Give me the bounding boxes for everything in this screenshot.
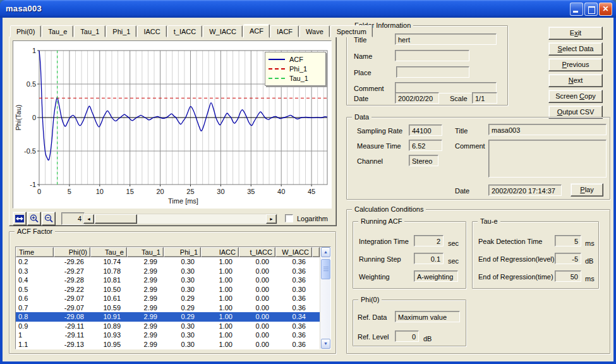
tab-w-iacc[interactable]: W_IACC (203, 25, 243, 37)
column-header-phi-0-[interactable]: Phi(0) (54, 247, 90, 257)
folder-title-field[interactable]: hert (395, 33, 497, 45)
zoom-out-button[interactable] (42, 212, 56, 226)
weighting-field[interactable]: A-weighting (414, 270, 458, 282)
tab-phi-1[interactable]: Phi_1 (106, 25, 136, 37)
table-cell: 2.99 (127, 312, 164, 322)
chart-horizontal-scrollbar[interactable]: ◄ ► (83, 214, 277, 224)
legend-label: Tau_1 (289, 75, 308, 82)
table-row[interactable]: 0.2-29.2610.742.990.301.000.000.36 (16, 257, 330, 267)
measure-time-field[interactable]: 6.52 (409, 140, 442, 151)
close-icon[interactable] (599, 3, 612, 16)
table-vertical-scrollbar[interactable]: ▲ ▼ (320, 247, 330, 349)
table-cell: 0.00 (239, 340, 275, 349)
sampling-rate-field[interactable]: 44100 (409, 124, 442, 136)
scroll-left-icon[interactable]: ◄ (83, 214, 94, 224)
logarithm-checkbox[interactable] (285, 214, 293, 222)
svg-text:-0.5: -0.5 (24, 147, 36, 155)
tab-wave[interactable]: Wave (299, 25, 330, 37)
table-cell: 10.81 (90, 276, 127, 285)
screen-copy-button[interactable]: Screen Copy (548, 90, 603, 103)
tab-iacc[interactable]: IACC (137, 25, 166, 37)
table-row[interactable]: 1-29.1110.932.990.301.000.000.36 (16, 331, 330, 340)
table-cell: 10.59 (90, 303, 127, 313)
tab-iacf[interactable]: IACF (270, 25, 299, 37)
integration-time-field[interactable]: 2 (414, 235, 444, 246)
scrollbar-thumb[interactable] (321, 259, 330, 279)
ref-data-field[interactable]: Maximum value (395, 311, 460, 322)
channel-field[interactable]: Stereo (409, 155, 438, 166)
column-header-tau-e[interactable]: Tau_e (90, 247, 127, 257)
table-row-selected[interactable]: 0.8-29.0810.912.990.291.000.000.34 (16, 312, 330, 322)
table-cell: 1.00 (201, 257, 239, 267)
table-cell: 0.00 (239, 331, 275, 340)
folder-date-field[interactable]: 2002/02/20 (395, 92, 439, 104)
table-row[interactable]: 0.9-29.1110.892.990.301.000.000.36 (16, 322, 330, 331)
table-cell: 1.00 (201, 294, 239, 303)
scrollbar-thumb[interactable] (95, 214, 137, 224)
exit-button[interactable]: Exit (548, 27, 603, 40)
tab-tau-1[interactable]: Tau_1 (74, 25, 106, 37)
minimize-icon[interactable] (570, 3, 583, 16)
ref-level-field[interactable]: 0 (395, 331, 419, 342)
table-cell: 0.36 (275, 303, 312, 313)
column-header-t-iacc[interactable]: t_IACC (239, 247, 275, 257)
titlebar[interactable]: masa003 (0, 0, 616, 18)
table-cell: 10.74 (90, 257, 127, 267)
table-cell: 1.00 (201, 285, 239, 294)
svg-text:1: 1 (32, 47, 36, 54)
svg-text:35: 35 (247, 188, 255, 195)
table-cell: 0.30 (164, 285, 201, 294)
table-cell: 2.99 (127, 322, 164, 331)
end-regression-level-field[interactable]: -5 (555, 253, 581, 264)
folder-scale-field[interactable]: 1/1 (472, 92, 497, 104)
tab-acf[interactable]: ACF (243, 24, 270, 38)
acf-factor-table[interactable]: TimePhi(0)Tau_eTau_1Phi_1IACCt_IACCW_IAC… (15, 246, 331, 349)
table-row[interactable]: 0.3-29.2710.782.990.301.000.000.36 (16, 267, 330, 276)
chart-legend: ACFPhi_1Tau_1 (265, 52, 326, 86)
tab-spectrum[interactable]: Spectrum (330, 25, 373, 37)
column-header-phi-1[interactable]: Phi_1 (164, 247, 201, 257)
data-comment-field[interactable] (488, 140, 607, 178)
table-row[interactable]: 0.7-29.0710.592.990.291.000.000.36 (16, 303, 330, 313)
zoom-in-button[interactable] (27, 212, 41, 226)
zoom-level-field[interactable]: 4 (61, 212, 85, 225)
data-date-field[interactable]: 2002/02/20 17:14:37 (488, 185, 562, 196)
tab-tau-e[interactable]: Tau_e (42, 25, 73, 37)
running-step-field[interactable]: 0.1 (414, 253, 444, 264)
column-header-spacer[interactable] (312, 247, 320, 257)
table-row[interactable]: 0.5-29.2210.502.990.301.000.000.30 (16, 285, 330, 294)
tab-phi-0-[interactable]: Phi(0) (10, 25, 41, 37)
end-regression-time-field[interactable]: 50 (555, 270, 581, 282)
previous-button[interactable]: Previous (548, 58, 603, 71)
select-data-button[interactable]: Select Data (548, 42, 603, 56)
integration-time-unit: sec (448, 240, 459, 247)
table-row[interactable]: 0.6-29.0710.612.990.291.000.000.36 (16, 294, 330, 303)
table-cell: 10.91 (90, 312, 127, 322)
scroll-down-icon[interactable]: ▼ (321, 339, 330, 349)
folder-name-field[interactable] (395, 50, 469, 61)
phi0-label: Phi(0) (358, 295, 382, 304)
table-cell: 0.36 (275, 257, 312, 267)
column-header-tau-1[interactable]: Tau_1 (127, 247, 164, 257)
table-cell: 2.99 (127, 285, 164, 294)
peak-detection-field[interactable]: 5 (555, 235, 581, 246)
column-header-time[interactable]: Time (16, 247, 54, 257)
next-button[interactable]: Next (548, 74, 603, 87)
play-button[interactable]: Play (571, 183, 603, 197)
tab-t-iacc[interactable]: t_IACC (167, 25, 202, 37)
scroll-up-icon[interactable]: ▲ (321, 247, 330, 257)
maximize-icon[interactable] (584, 3, 598, 16)
table-row[interactable]: 1.1-29.1310.952.990.301.000.000.36 (16, 340, 330, 349)
column-header-w-iacc[interactable]: W_IACC (275, 247, 312, 257)
fit-width-button[interactable] (13, 212, 27, 226)
table-cell: 0.36 (275, 294, 312, 303)
table-cell: 1.1 (16, 340, 54, 349)
folder-place-field[interactable] (396, 66, 469, 78)
table-cell: 0.29 (164, 312, 201, 322)
table-row[interactable]: 0.4-29.2810.812.990.301.000.000.36 (16, 276, 330, 285)
legend-label: ACF (289, 56, 303, 63)
scroll-right-icon[interactable]: ► (266, 214, 277, 224)
table-cell: -29.08 (54, 312, 90, 322)
data-title-field[interactable]: masa003 (488, 124, 607, 135)
column-header-iacc[interactable]: IACC (201, 247, 239, 257)
